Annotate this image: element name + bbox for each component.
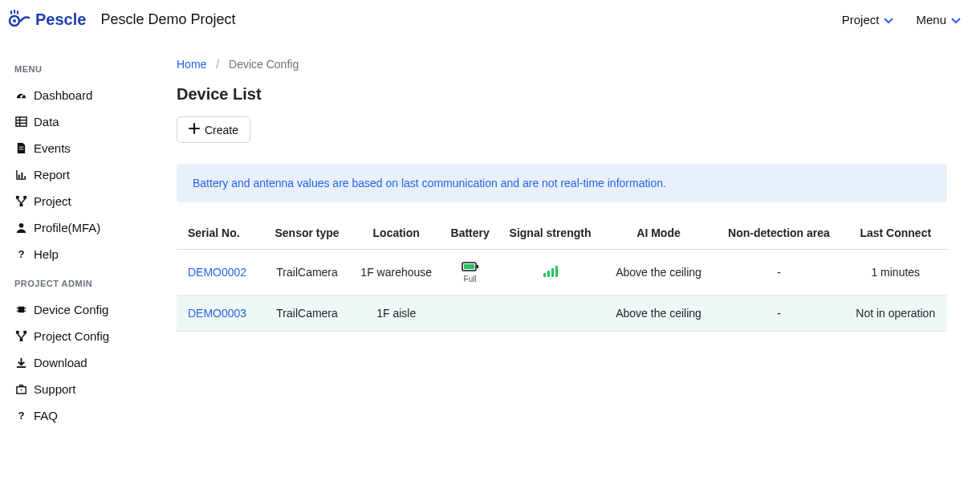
col-last-connect: Last Connect (844, 217, 948, 250)
eye-logo-icon (6, 10, 30, 29)
svg-line-34 (21, 334, 25, 339)
battery-label: Full (464, 275, 477, 283)
svg-point-1 (13, 19, 16, 22)
svg-rect-16 (21, 173, 22, 179)
chart-icon (14, 169, 27, 181)
svg-rect-41 (477, 265, 478, 268)
svg-text:?: ? (18, 410, 24, 422)
svg-rect-15 (18, 175, 19, 179)
sidebar-item-project[interactable]: Project (14, 188, 161, 214)
sidebar-item-label: Device Config (34, 303, 108, 316)
sidebar-item-label: Dashboard (34, 88, 92, 102)
breadcrumb: Home / Device Config (177, 58, 947, 71)
main-content: Home / Device Config Device List Create … (161, 39, 963, 443)
cell-signal (497, 296, 603, 332)
sidebar-item-data[interactable]: Data (14, 108, 161, 135)
svg-point-23 (18, 223, 23, 228)
svg-line-33 (17, 334, 21, 339)
svg-rect-17 (24, 176, 26, 178)
tachometer-icon (14, 89, 27, 101)
table-row: DEMO0002TrailCamera1F warehouseFullAbove… (177, 250, 947, 296)
svg-rect-18 (15, 196, 18, 199)
col-battery: Battery (443, 217, 498, 250)
col-location: Location (350, 217, 443, 250)
create-button[interactable]: Create (177, 116, 250, 143)
sidebar-item-events[interactable]: Events (14, 135, 161, 161)
chevron-down-icon (884, 13, 893, 26)
svg-rect-11 (18, 147, 23, 148)
flow-icon (14, 330, 27, 342)
svg-line-22 (21, 199, 25, 204)
sidebar-item-label: Profile(MFA) (34, 221, 100, 234)
microchip-icon (14, 304, 27, 316)
cell-serial: DEMO0003 (177, 296, 265, 332)
create-button-label: Create (205, 124, 238, 137)
menu-section-label: PROJECT ADMIN (14, 279, 161, 288)
sidebar-item-device-config[interactable]: Device Config (14, 296, 161, 323)
serial-link[interactable]: DEMO0002 (188, 266, 246, 279)
cell-location: 1F warehouse (350, 250, 443, 296)
sidebar: MENU DashboardDataEventsReportProjectPro… (0, 39, 161, 443)
cell-last-connect: Not in operation (844, 296, 948, 332)
plus-icon (189, 123, 200, 137)
project-dropdown[interactable]: Project (842, 13, 894, 26)
signal-strength-icon (543, 266, 558, 277)
cell-battery (443, 296, 498, 332)
briefcase-icon (14, 383, 27, 395)
svg-rect-12 (18, 149, 23, 149)
table-icon (14, 116, 27, 128)
info-banner: Battery and antenna values are based on … (177, 164, 947, 202)
sidebar-item-project-config[interactable]: Project Config (14, 323, 161, 349)
flow-icon (14, 195, 27, 207)
svg-line-21 (17, 199, 21, 204)
sidebar-item-faq[interactable]: ?FAQ (14, 402, 161, 429)
col-sensor-type: Sensor type (265, 217, 350, 250)
table-header-row: Serial No. Sensor type Location Battery … (177, 217, 947, 250)
col-ai-mode: AI Mode (604, 217, 714, 250)
col-serial: Serial No. (177, 217, 265, 250)
sidebar-item-download[interactable]: Download (14, 349, 161, 376)
cell-sensor-type: TrailCamera (265, 296, 350, 332)
menu-dropdown[interactable]: Menu (916, 13, 961, 26)
sidebar-item-label: Report (34, 168, 70, 181)
table-row: DEMO0003TrailCamera1F aisleAbove the cei… (177, 296, 947, 332)
cell-sensor-type: TrailCamera (265, 250, 350, 296)
sidebar-item-label: Events (34, 141, 71, 155)
brand-logo[interactable]: Pescle (6, 10, 86, 29)
breadcrumb-separator: / (216, 58, 219, 71)
cell-ai-mode: Above the ceiling (604, 250, 714, 296)
serial-link[interactable]: DEMO0003 (188, 307, 246, 320)
sidebar-item-label: Project Config (34, 329, 109, 343)
svg-rect-25 (18, 307, 24, 313)
cell-non-detect: - (714, 296, 844, 332)
sidebar-item-dashboard[interactable]: Dashboard (14, 82, 161, 108)
cell-signal (497, 250, 603, 296)
menu-section-label: MENU (14, 64, 161, 74)
svg-rect-19 (23, 196, 26, 199)
cell-ai-mode: Above the ceiling (604, 296, 714, 332)
col-non-detect: Non-detection area (714, 217, 844, 250)
svg-rect-32 (19, 338, 22, 341)
project-name: Pescle Demo Project (100, 11, 235, 28)
sidebar-item-support[interactable]: Support (14, 376, 161, 402)
cell-battery: Full (443, 250, 498, 296)
sidebar-item-profile-mfa-[interactable]: Profile(MFA) (14, 214, 161, 241)
svg-rect-31 (23, 331, 26, 334)
brand-name: Pescle (35, 10, 86, 29)
col-signal: Signal strength (497, 217, 603, 250)
breadcrumb-current: Device Config (229, 58, 299, 71)
svg-rect-40 (464, 264, 474, 269)
download-icon (14, 357, 27, 369)
cell-serial: DEMO0002 (177, 250, 265, 296)
sidebar-item-help[interactable]: ?Help (14, 241, 161, 267)
user-icon (14, 222, 27, 234)
sidebar-item-report[interactable]: Report (14, 161, 161, 188)
question-icon: ? (14, 248, 27, 260)
svg-rect-7 (15, 117, 26, 126)
breadcrumb-home-link[interactable]: Home (177, 58, 206, 71)
svg-rect-30 (15, 331, 18, 334)
app-header: Pescle Pescle Demo Project Project Menu (0, 0, 980, 39)
menu-dropdown-label: Menu (916, 13, 946, 26)
question-icon: ? (14, 410, 27, 422)
sidebar-item-label: Data (34, 115, 59, 128)
